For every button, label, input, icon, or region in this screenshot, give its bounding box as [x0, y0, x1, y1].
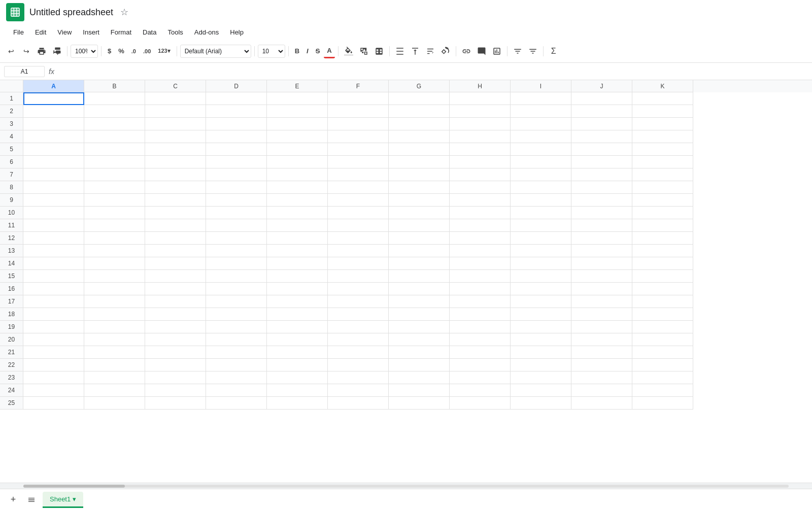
- cell-A13[interactable]: [23, 245, 84, 257]
- cell-E6[interactable]: [267, 156, 328, 168]
- cell-C17[interactable]: [145, 295, 206, 308]
- cell-A14[interactable]: [23, 257, 84, 270]
- cell-B6[interactable]: [84, 156, 145, 168]
- cell-G2[interactable]: [389, 105, 450, 118]
- italic-button[interactable]: I: [303, 44, 312, 58]
- cell-F10[interactable]: [328, 207, 389, 219]
- cell-D11[interactable]: [206, 219, 267, 232]
- cell-B20[interactable]: [84, 333, 145, 346]
- cell-B15[interactable]: [84, 270, 145, 283]
- cell-J5[interactable]: [571, 143, 632, 156]
- cell-E24[interactable]: [267, 384, 328, 397]
- cell-C8[interactable]: [145, 181, 206, 194]
- row-header-19[interactable]: 19: [0, 321, 23, 333]
- cell-G3[interactable]: [389, 118, 450, 130]
- row-header-12[interactable]: 12: [0, 232, 23, 245]
- bold-button[interactable]: B: [292, 44, 302, 58]
- cell-I22[interactable]: [511, 359, 571, 371]
- cell-B12[interactable]: [84, 232, 145, 245]
- cell-F21[interactable]: [328, 346, 389, 359]
- insert-comment-button[interactable]: [475, 44, 489, 58]
- cell-E22[interactable]: [267, 359, 328, 371]
- cell-F13[interactable]: [328, 245, 389, 257]
- cell-A18[interactable]: [23, 308, 84, 321]
- cell-K17[interactable]: [632, 295, 693, 308]
- cell-H21[interactable]: [450, 346, 511, 359]
- row-header-25[interactable]: 25: [0, 397, 23, 410]
- cell-H19[interactable]: [450, 321, 511, 333]
- cell-K23[interactable]: [632, 371, 693, 384]
- cell-A3[interactable]: [23, 118, 84, 130]
- cell-C15[interactable]: [145, 270, 206, 283]
- cell-J12[interactable]: [571, 232, 632, 245]
- cell-G24[interactable]: [389, 384, 450, 397]
- cell-D4[interactable]: [206, 130, 267, 143]
- sheet-list-button[interactable]: [24, 493, 39, 507]
- cell-J2[interactable]: [571, 105, 632, 118]
- formula-input[interactable]: [58, 66, 808, 77]
- row-header-21[interactable]: 21: [0, 346, 23, 359]
- cell-J9[interactable]: [571, 194, 632, 207]
- row-header-6[interactable]: 6: [0, 156, 23, 168]
- cell-B18[interactable]: [84, 308, 145, 321]
- cell-B1[interactable]: [84, 92, 145, 105]
- cell-G10[interactable]: [389, 207, 450, 219]
- cell-D2[interactable]: [206, 105, 267, 118]
- cell-H25[interactable]: [450, 397, 511, 410]
- cell-A9[interactable]: [23, 194, 84, 207]
- cell-I2[interactable]: [511, 105, 571, 118]
- cell-I6[interactable]: [511, 156, 571, 168]
- more-formats-button[interactable]: 123▾: [155, 44, 173, 58]
- cell-E4[interactable]: [267, 130, 328, 143]
- cell-C21[interactable]: [145, 346, 206, 359]
- star-icon[interactable]: ☆: [120, 7, 128, 18]
- row-header-3[interactable]: 3: [0, 118, 23, 130]
- cell-C10[interactable]: [145, 207, 206, 219]
- wrap-button[interactable]: [423, 44, 437, 58]
- cell-F5[interactable]: [328, 143, 389, 156]
- cell-D6[interactable]: [206, 156, 267, 168]
- cell-C22[interactable]: [145, 359, 206, 371]
- cell-F12[interactable]: [328, 232, 389, 245]
- cell-F2[interactable]: [328, 105, 389, 118]
- add-sheet-button[interactable]: +: [6, 493, 20, 507]
- col-header-E[interactable]: E: [267, 80, 328, 92]
- cell-G17[interactable]: [389, 295, 450, 308]
- cell-C2[interactable]: [145, 105, 206, 118]
- cell-E21[interactable]: [267, 346, 328, 359]
- cell-C25[interactable]: [145, 397, 206, 410]
- cell-F17[interactable]: [328, 295, 389, 308]
- cell-E16[interactable]: [267, 283, 328, 295]
- cell-E20[interactable]: [267, 333, 328, 346]
- cell-I20[interactable]: [511, 333, 571, 346]
- cell-F15[interactable]: [328, 270, 389, 283]
- cell-H18[interactable]: [450, 308, 511, 321]
- cell-D16[interactable]: [206, 283, 267, 295]
- cell-J11[interactable]: [571, 219, 632, 232]
- cell-E2[interactable]: [267, 105, 328, 118]
- insert-link-button[interactable]: [459, 44, 473, 58]
- cell-E7[interactable]: [267, 168, 328, 181]
- cell-H10[interactable]: [450, 207, 511, 219]
- zoom-select[interactable]: 100%75%150%: [71, 45, 98, 58]
- cell-A7[interactable]: [23, 168, 84, 181]
- col-header-I[interactable]: I: [511, 80, 571, 92]
- col-header-A[interactable]: A: [23, 80, 84, 92]
- cell-I16[interactable]: [511, 283, 571, 295]
- cell-E10[interactable]: [267, 207, 328, 219]
- cell-B13[interactable]: [84, 245, 145, 257]
- cell-E18[interactable]: [267, 308, 328, 321]
- cell-B25[interactable]: [84, 397, 145, 410]
- cell-D9[interactable]: [206, 194, 267, 207]
- cell-A1[interactable]: [23, 92, 84, 105]
- cell-D12[interactable]: [206, 232, 267, 245]
- cell-F20[interactable]: [328, 333, 389, 346]
- cell-I3[interactable]: [511, 118, 571, 130]
- cell-J1[interactable]: [571, 92, 632, 105]
- cell-A4[interactable]: [23, 130, 84, 143]
- cell-E11[interactable]: [267, 219, 328, 232]
- cell-F16[interactable]: [328, 283, 389, 295]
- cell-C13[interactable]: [145, 245, 206, 257]
- print-button[interactable]: [35, 44, 49, 58]
- cell-K1[interactable]: [632, 92, 693, 105]
